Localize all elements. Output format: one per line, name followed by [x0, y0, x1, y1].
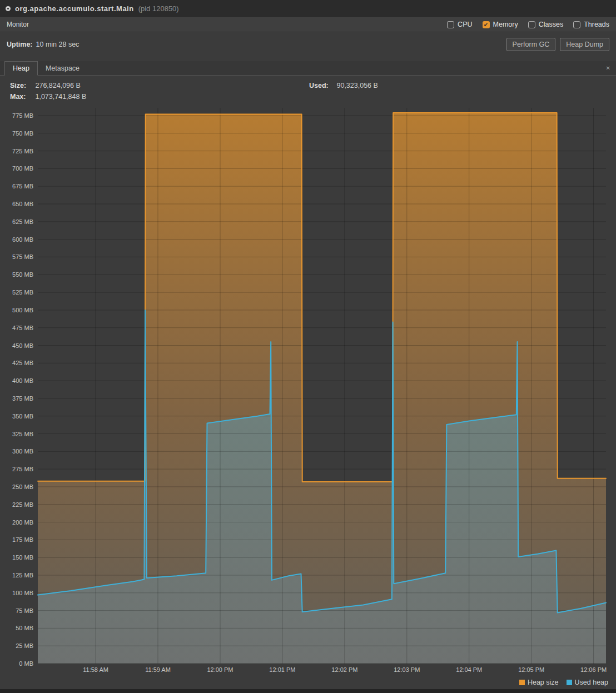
svg-text:300 MB: 300 MB — [12, 448, 33, 455]
svg-text:12:03 PM: 12:03 PM — [394, 666, 420, 673]
uptime-label: Uptime: — [7, 41, 33, 48]
svg-text:725 MB: 725 MB — [12, 148, 33, 154]
action-buttons: Perform GC Heap Dump — [506, 38, 609, 51]
svg-text:500 MB: 500 MB — [12, 307, 33, 313]
stats-used-group: Used: 90,323,056 B — [309, 80, 378, 91]
memory-checkbox-label: Memory — [493, 21, 518, 28]
classes-checkbox-box[interactable] — [528, 21, 535, 28]
svg-text:175 MB: 175 MB — [12, 536, 33, 543]
heap-stats: Size: 276,824,096 B Used: 90,323,056 B M… — [0, 76, 616, 108]
cpu-checkbox-box[interactable] — [447, 21, 454, 28]
svg-text:550 MB: 550 MB — [12, 271, 33, 278]
svg-text:625 MB: 625 MB — [12, 218, 33, 225]
cpu-checkbox-label: CPU — [458, 21, 472, 28]
classes-checkbox-label: Classes — [539, 21, 563, 28]
app-icon — [6, 6, 11, 11]
svg-text:125 MB: 125 MB — [12, 572, 33, 579]
svg-text:275 MB: 275 MB — [12, 466, 33, 472]
threads-checkbox-box[interactable] — [573, 21, 580, 28]
svg-text:525 MB: 525 MB — [12, 289, 33, 296]
metric-checkboxes: CPU ✔ Memory Classes Threads — [447, 21, 609, 28]
svg-text:250 MB: 250 MB — [12, 483, 33, 490]
svg-text:375 MB: 375 MB — [12, 395, 33, 402]
svg-text:675 MB: 675 MB — [12, 183, 33, 190]
memory-tabbar: Heap Metaspace ✕ — [0, 61, 616, 76]
cpu-checkbox[interactable]: CPU — [447, 21, 472, 28]
window-bottom-edge — [0, 689, 616, 693]
tab-metaspace[interactable]: Metaspace — [38, 61, 87, 75]
memory-chart: 775 MB750 MB725 MB700 MB675 MB650 MB625 … — [0, 108, 616, 676]
stats-row-size: Size: 276,824,096 B Used: 90,323,056 B — [10, 80, 616, 91]
svg-text:450 MB: 450 MB — [12, 342, 33, 349]
threads-checkbox[interactable]: Threads — [573, 21, 609, 28]
heap-dump-button[interactable]: Heap Dump — [560, 38, 609, 51]
max-value: 1,073,741,848 B — [35, 93, 86, 101]
svg-text:775 MB: 775 MB — [12, 112, 33, 119]
memory-checkbox[interactable]: ✔ Memory — [483, 21, 518, 28]
legend-heap-size: Heap size — [519, 679, 559, 686]
svg-text:150 MB: 150 MB — [12, 554, 33, 561]
chart-legend: Heap size Used heap — [0, 676, 616, 689]
svg-text:25 MB: 25 MB — [16, 642, 33, 649]
svg-text:700 MB: 700 MB — [12, 165, 33, 172]
size-label: Size: — [10, 80, 33, 91]
classes-checkbox[interactable]: Classes — [528, 21, 563, 28]
window-titlebar: org.apache.accumulo.start.Main (pid 1208… — [0, 0, 616, 17]
heap-size-swatch — [519, 680, 525, 685]
svg-text:11:59 AM: 11:59 AM — [145, 666, 171, 673]
size-value: 276,824,096 B — [35, 82, 80, 89]
check-icon: ✔ — [484, 21, 488, 28]
svg-text:0 MB: 0 MB — [19, 660, 33, 667]
perform-gc-button[interactable]: Perform GC — [506, 38, 556, 51]
memory-checkbox-box[interactable]: ✔ — [483, 21, 490, 28]
monitor-toolbar: Monitor CPU ✔ Memory Classes Threads — [0, 17, 616, 32]
svg-text:225 MB: 225 MB — [12, 501, 33, 508]
uptime-value: 10 min 28 sec — [36, 41, 80, 48]
svg-text:100 MB: 100 MB — [12, 590, 33, 596]
close-icon[interactable]: ✕ — [606, 65, 610, 71]
tab-heap[interactable]: Heap — [4, 61, 38, 76]
svg-text:200 MB: 200 MB — [12, 519, 33, 526]
svg-text:575 MB: 575 MB — [12, 253, 33, 260]
svg-text:12:00 PM: 12:00 PM — [207, 666, 233, 673]
legend-used-heap: Used heap — [567, 679, 608, 686]
svg-text:12:06 PM: 12:06 PM — [580, 666, 607, 673]
stats-row-max: Max: 1,073,741,848 B — [10, 91, 616, 102]
svg-text:600 MB: 600 MB — [12, 236, 33, 243]
svg-text:12:04 PM: 12:04 PM — [456, 666, 482, 673]
svg-text:50 MB: 50 MB — [16, 625, 33, 631]
svg-text:650 MB: 650 MB — [12, 201, 33, 207]
used-heap-legend-label: Used heap — [575, 679, 608, 686]
max-label: Max: — [10, 91, 33, 102]
svg-text:12:05 PM: 12:05 PM — [518, 666, 544, 673]
uptime: Uptime: 10 min 28 sec — [7, 41, 79, 48]
monitor-label: Monitor — [7, 21, 29, 28]
used-value: 90,323,056 B — [336, 82, 377, 89]
svg-text:11:58 AM: 11:58 AM — [83, 666, 108, 673]
svg-text:325 MB: 325 MB — [12, 431, 33, 437]
used-label: Used: — [309, 80, 335, 91]
used-heap-swatch — [567, 680, 572, 685]
svg-text:12:02 PM: 12:02 PM — [331, 666, 357, 673]
svg-text:750 MB: 750 MB — [12, 130, 33, 137]
svg-text:475 MB: 475 MB — [12, 325, 33, 331]
svg-text:425 MB: 425 MB — [12, 360, 33, 366]
svg-text:400 MB: 400 MB — [12, 377, 33, 384]
svg-text:350 MB: 350 MB — [12, 413, 33, 420]
uptime-row: Uptime: 10 min 28 sec Perform GC Heap Du… — [0, 32, 616, 57]
svg-text:75 MB: 75 MB — [16, 607, 33, 614]
window-title: org.apache.accumulo.start.Main — [15, 4, 134, 13]
svg-text:12:01 PM: 12:01 PM — [269, 666, 295, 673]
threads-checkbox-label: Threads — [584, 21, 609, 28]
heap-size-legend-label: Heap size — [528, 679, 559, 686]
window-pid: (pid 120850) — [138, 4, 179, 13]
